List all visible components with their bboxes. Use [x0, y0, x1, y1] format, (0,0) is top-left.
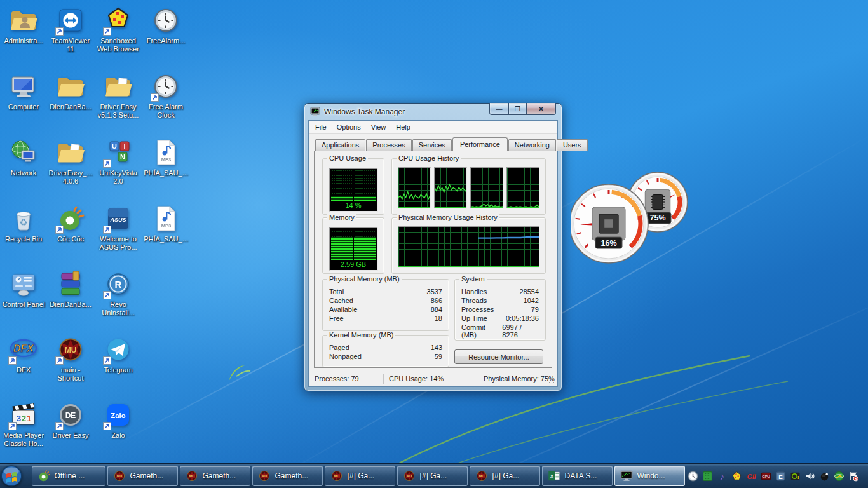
taskbar-button-label: [#] Ga... [420, 471, 447, 480]
action-center-flag-icon[interactable] [848, 471, 859, 482]
desktop-icon-freealarm[interactable]: FreeAlarm... [143, 5, 189, 45]
cpu-usage-gauge[interactable]: 16% [571, 184, 648, 263]
taskbar-button-label: [#] Ga... [348, 471, 375, 480]
desktop-icon-label: Media Player Classic Ho... [1, 431, 46, 448]
taskbar-button-offline[interactable]: Offline ... [32, 466, 105, 486]
desktop-icon-zalo[interactable]: ZaloZalo [95, 400, 141, 440]
desktop-icon-diendanba[interactable]: DienDanBa... [48, 71, 93, 111]
shortcut-arrow-icon [103, 422, 111, 430]
desktop-icon-label: DriverEasy_... 4.0.6 [48, 169, 93, 186]
system-row: Threads1042 [460, 296, 540, 305]
desktop-icon-main-shortcut[interactable]: MUmain - Shortcut [48, 334, 93, 383]
desktop-icon-recycle-bin[interactable]: ♻Recycle Bin [1, 203, 46, 243]
desktop-icon-driver-easy-v5-1-3-setu[interactable]: Driver Easy v5.1.3 Setu... [95, 71, 141, 119]
winrar-icon [55, 269, 86, 299]
tab-users[interactable]: Users [557, 139, 588, 151]
stat-label: Nonpaged [329, 353, 362, 360]
stat-value: 6997 / 8276 [502, 323, 539, 339]
unikey-grid-icon[interactable] [702, 471, 713, 482]
stat-label: Available [329, 306, 357, 313]
desktop-icon-telegram[interactable]: Telegram [95, 334, 141, 374]
desktop-icon-dfx[interactable]: DFXDFX [1, 334, 46, 374]
svg-text:MU: MU [334, 474, 339, 478]
taskbar-button-windo[interactable]: Windo... [614, 466, 685, 486]
memory-history-label: Physical Memory Usage History [397, 214, 499, 221]
menu-view[interactable]: View [366, 121, 391, 133]
sandboxie-icon[interactable] [731, 471, 742, 482]
desktop-icon-sandboxed-web-browser[interactable]: Sandboxed Web Browser [95, 5, 141, 53]
resource-monitor-button[interactable]: Resource Monitor... [454, 349, 543, 364]
gii-app-icon[interactable]: GII [746, 471, 757, 482]
physical-memory-group: Physical Memory (MB) Total3537Cached866A… [322, 279, 449, 331]
taskbar-button-gameth[interactable]: MUGameth... [107, 466, 178, 486]
shortcut-arrow-icon [151, 93, 159, 102]
taskbar-button-gameth[interactable]: MUGameth... [180, 466, 250, 486]
taskbar-button-ga[interactable]: MU[#] Ga... [470, 466, 540, 486]
minimize-button[interactable]: — [489, 103, 509, 115]
tab-performance[interactable]: Performance [452, 137, 508, 151]
taskbar-button-label: Gameth... [275, 471, 309, 480]
desktop-icon-computer[interactable]: Computer [1, 71, 46, 111]
title-bar[interactable]: Windows Task Manager — ❐ ✕ [304, 104, 562, 120]
tab-processes[interactable]: Processes [366, 139, 411, 151]
idm-globe-icon[interactable] [834, 471, 844, 482]
mu-icon: MU [257, 469, 271, 483]
window-title: Windows Task Manager [324, 107, 405, 116]
gpu-app-icon[interactable]: GPU [761, 471, 771, 482]
volume-icon[interactable] [804, 471, 815, 482]
cpu-history-graph-core-4 [506, 167, 539, 208]
memory-value: 2.59 GB [331, 260, 376, 269]
menu-help[interactable]: Help [391, 121, 416, 133]
desktop-icon-administra[interactable]: Administra... [1, 5, 46, 45]
desktop-icon-ph-a-sau[interactable]: MP3PHÍA_SAU_... [143, 203, 189, 243]
tab-networking[interactable]: Networking [508, 139, 556, 151]
nvidia-icon[interactable]: ! [790, 471, 801, 482]
shortcut-arrow-icon [103, 356, 111, 365]
desktop-icon-unikeyvista-2-0[interactable]: UINUniKeyVista 2.0 [95, 137, 141, 186]
stat-label: Commit (MB) [461, 323, 502, 339]
cpu-meter-gadget[interactable]: 75%16% [571, 170, 710, 272]
start-button[interactable] [0, 464, 23, 488]
desktop-icon-drivereasy-4-0-6[interactable]: DriverEasy_... 4.0.6 [48, 137, 93, 186]
music-note-icon[interactable]: ♪ [717, 471, 728, 482]
stat-value: 28554 [519, 288, 539, 295]
desktop-icon-driver-easy[interactable]: DEDriver Easy [48, 400, 93, 440]
menu-file[interactable]: File [310, 121, 332, 133]
svg-text:GPU: GPU [762, 475, 770, 478]
taskbar-button-ga[interactable]: MU[#] Ga... [325, 466, 395, 486]
resize-grip[interactable] [548, 377, 555, 384]
desktop-icon-label: DienDanBa... [48, 103, 93, 111]
tab-applications[interactable]: Applications [315, 139, 365, 151]
shortcut-arrow-icon [55, 226, 64, 234]
desktop-icon-network[interactable]: Network [1, 137, 46, 177]
physical-memory-row: Free18 [328, 314, 444, 323]
memory-led-gauge: 2.59 GB [329, 227, 378, 271]
folder-paper-icon [55, 137, 86, 168]
desktop-icon-ph-a-sau[interactable]: MP3PHÍA_SAU_... [143, 137, 189, 177]
desktop-icon-control-panel[interactable]: Control Panel [1, 269, 46, 309]
black-dish-icon[interactable] [819, 471, 830, 482]
maximize-button[interactable]: ❐ [509, 103, 526, 115]
taskbar-button-gameth[interactable]: MUGameth... [252, 466, 323, 486]
desktop-icon-free-alarm-clock[interactable]: Free Alarm Clock [143, 71, 189, 119]
desktop-icon-welcome-to-asus-pro[interactable]: ASUSWelcome to ASUS Pro... [95, 203, 141, 252]
stat-label: Up Time [461, 315, 487, 322]
desktop-icon-c-c-c-c[interactable]: Cốc Cốc [48, 203, 93, 243]
system-tray: ♪GIIGPUE! 8:07 AM 08/11/2016 [686, 464, 868, 488]
desktop-icon-label: DFX [1, 366, 46, 374]
taskbar-button-data-s[interactable]: XDATA S... [542, 466, 613, 486]
system-group: System Handles28554Threads1042Processes7… [454, 279, 546, 341]
stat-value: 18 [435, 315, 442, 322]
taskbar-button-ga[interactable]: MU[#] Ga... [397, 466, 468, 486]
desktop-icon-revo-uninstall[interactable]: RRevo Uninstall... [95, 269, 141, 317]
kernel-memory-row: Paged143 [328, 343, 444, 352]
menu-options[interactable]: Options [332, 121, 366, 133]
e-app-icon[interactable]: E [775, 471, 786, 482]
close-button[interactable]: ✕ [526, 103, 556, 115]
alarm-clock-icon[interactable] [688, 471, 698, 482]
tab-services[interactable]: Services [412, 139, 452, 151]
desktop-icon-teamviewer-11[interactable]: TeamViewer 11 [48, 5, 93, 53]
taskbar-button-label: Windo... [637, 471, 665, 480]
desktop-icon-media-player-classic-ho[interactable]: 321Media Player Classic Ho... [1, 400, 46, 448]
desktop-icon-diendanba[interactable]: DienDanBa... [48, 269, 93, 309]
